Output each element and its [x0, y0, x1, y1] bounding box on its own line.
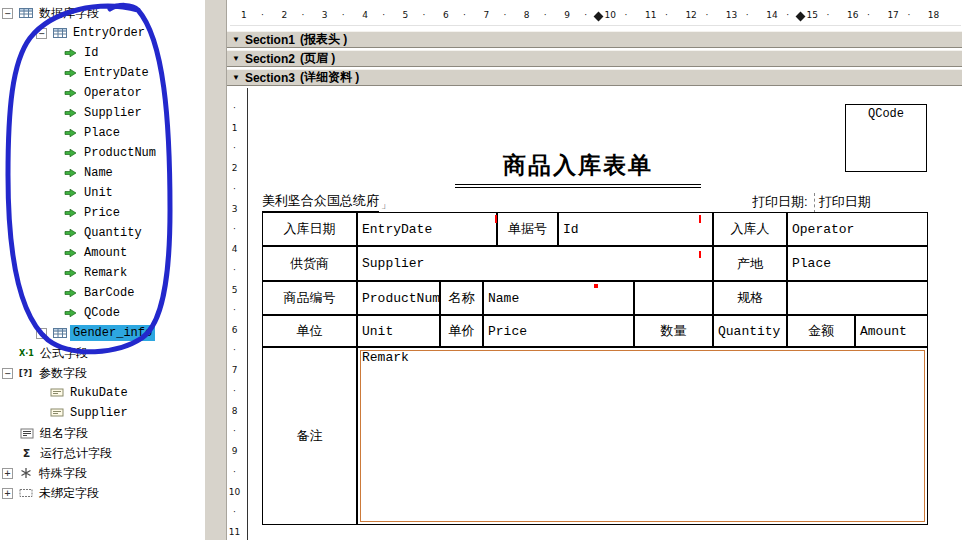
tree-node[interactable]: X·1公式字段	[0, 343, 205, 363]
report-cell-产地[interactable]: 产地	[713, 246, 787, 281]
ruler-number: 9	[227, 446, 242, 456]
panel-splitter[interactable]	[205, 0, 227, 540]
ruler-tick: ·	[342, 10, 345, 20]
ruler-marker[interactable]	[796, 12, 806, 22]
report-cell[interactable]	[634, 281, 713, 315]
selection-mark	[495, 215, 497, 223]
tree-node[interactable]: Supplier	[0, 103, 205, 123]
collapse-icon[interactable]: −	[2, 368, 13, 379]
report-cell-名称[interactable]: 名称	[440, 281, 483, 315]
special-icon	[17, 466, 34, 480]
ruler-tick: ·	[625, 10, 628, 20]
report-cell-入库日期[interactable]: 入库日期	[262, 212, 357, 246]
tree-node[interactable]: Supplier	[0, 403, 205, 423]
expand-icon[interactable]: +	[2, 468, 13, 479]
tree-node[interactable]: +未绑定字段	[0, 483, 205, 503]
ruler-number: 3	[322, 10, 328, 20]
tree-node-label: 未绑定字段	[36, 484, 102, 503]
section-band-section2[interactable]: ▼Section2(页眉 )	[227, 50, 962, 67]
tree-node-label: Supplier	[67, 405, 131, 421]
tree-node[interactable]: RukuDate	[0, 383, 205, 403]
tree-node[interactable]: QCode	[0, 303, 205, 323]
company-text[interactable]: 美利坚合众国总统府 」	[262, 192, 391, 212]
ruler-tick: ·	[227, 184, 242, 194]
report-cell-单位[interactable]: 单位	[262, 315, 357, 347]
report-cell-price[interactable]: Price	[483, 315, 634, 347]
ruler-tick: ·	[227, 345, 242, 355]
expand-icon[interactable]: +	[2, 488, 13, 499]
ruler-tick: ·	[503, 10, 506, 20]
collapse-icon[interactable]: −	[36, 28, 47, 39]
tree-node[interactable]: −数据库字段	[0, 3, 205, 23]
tree-node[interactable]: Place	[0, 123, 205, 143]
section-collapse-icon[interactable]: ▼	[232, 55, 240, 63]
report-canvas[interactable]: QCode 商品入库表单 美利坚合众国总统府 」 打印日期: 打印日期 入库日期…	[242, 88, 962, 540]
tree-node[interactable]: Σ运行总计字段	[0, 443, 205, 463]
report-title[interactable]: 商品入库表单	[455, 150, 701, 188]
group-icon	[18, 426, 35, 440]
field-icon	[62, 66, 79, 80]
field-icon	[62, 106, 79, 120]
report-cell-amount[interactable]: Amount	[855, 315, 928, 347]
report-cell-单据号[interactable]: 单据号	[497, 212, 558, 246]
field-icon	[62, 206, 79, 220]
field-icon	[62, 166, 79, 180]
tree-node[interactable]: Name	[0, 163, 205, 183]
section-band-section1[interactable]: ▼Section1(报表头 )	[227, 31, 962, 48]
report-cell-入库人[interactable]: 入库人	[713, 212, 787, 246]
tree-node[interactable]: Unit	[0, 183, 205, 203]
report-cell-金额[interactable]: 金额	[787, 315, 855, 347]
tree-node[interactable]: Quantity	[0, 223, 205, 243]
tree-node-label: Operator	[81, 85, 145, 101]
report-cell-remark[interactable]: Remark	[357, 347, 928, 525]
ruler-number: 12	[685, 10, 696, 20]
collapse-icon[interactable]: −	[2, 8, 13, 19]
report-cell-place[interactable]: Place	[787, 246, 928, 281]
report-cell-供货商[interactable]: 供货商	[262, 246, 357, 281]
report-cell-id[interactable]: Id	[558, 212, 713, 246]
field-icon	[62, 226, 79, 240]
section-collapse-icon[interactable]: ▼	[232, 36, 240, 44]
designer-area: 1·2·3·4·5·6·7·8·9·10·11·12·13·14·15·16·1…	[227, 0, 962, 540]
report-cell-quantity[interactable]: Quantity	[713, 315, 787, 347]
ruler-number: 16	[847, 10, 858, 20]
section-band-section3[interactable]: ▼Section3(详细资料 )	[227, 69, 962, 86]
tree-node[interactable]: BarCode	[0, 283, 205, 303]
report-cell-operator[interactable]: Operator	[787, 212, 928, 246]
tree-node[interactable]: Price	[0, 203, 205, 223]
report-cell-entrydate[interactable]: EntryDate	[357, 212, 497, 246]
section-caption: (详细资料 )	[300, 69, 359, 86]
report-cell-name[interactable]: Name	[483, 281, 634, 315]
report-cell-unit[interactable]: Unit	[357, 315, 440, 347]
tree-node[interactable]: Remark	[0, 263, 205, 283]
report-cell-规格[interactable]: 规格	[713, 281, 787, 315]
text-end-mark: 」	[381, 198, 391, 212]
ruler-marker[interactable]	[594, 12, 604, 22]
tree-node-label: Price	[81, 205, 123, 221]
report-designer-window: −数据库字段−EntryOrderIdEntryDateOperatorSupp…	[0, 0, 962, 540]
tree-node[interactable]: −EntryOrder	[0, 23, 205, 43]
tree-node[interactable]: ProductNum	[0, 143, 205, 163]
report-cell-商品编号[interactable]: 商品编号	[262, 281, 357, 315]
tree-node[interactable]: +Gender_info	[0, 323, 205, 343]
tree-node[interactable]: 组名字段	[0, 423, 205, 443]
tree-node[interactable]: +特殊字段	[0, 463, 205, 483]
report-cell-备注[interactable]: 备注	[262, 347, 357, 525]
tree-node-label: Gender_info	[70, 325, 155, 341]
report-cell-数量[interactable]: 数量	[634, 315, 713, 347]
expand-icon[interactable]: +	[36, 328, 47, 339]
print-date-group[interactable]: 打印日期: 打印日期	[748, 193, 877, 213]
unbound-icon	[17, 486, 34, 500]
tree-node[interactable]: Id	[0, 43, 205, 63]
ruler-number: 1	[241, 10, 247, 20]
report-cell[interactable]	[787, 281, 928, 315]
tree-node[interactable]: −[?]参数字段	[0, 363, 205, 383]
report-cell-单价[interactable]: 单价	[440, 315, 483, 347]
qcode-placeholder[interactable]: QCode	[845, 104, 927, 172]
report-cell-productnum[interactable]: ProductNum	[357, 281, 440, 315]
section-collapse-icon[interactable]: ▼	[232, 74, 240, 82]
report-cell-supplier[interactable]: Supplier	[357, 246, 713, 281]
tree-node[interactable]: Amount	[0, 243, 205, 263]
tree-node[interactable]: EntryDate	[0, 63, 205, 83]
tree-node[interactable]: Operator	[0, 83, 205, 103]
